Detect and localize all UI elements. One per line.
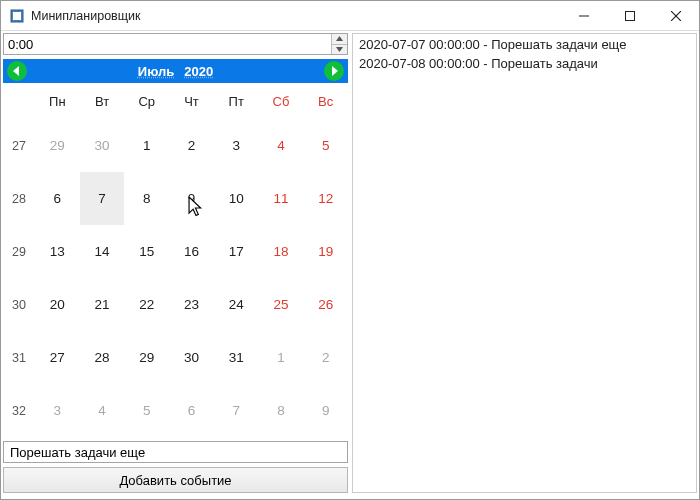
time-spinbox[interactable] [3, 33, 348, 55]
calendar-day[interactable]: 6 [35, 172, 80, 225]
calendar-day[interactable]: 5 [124, 384, 169, 437]
svg-marker-7 [336, 47, 343, 52]
calendar-day[interactable]: 8 [259, 384, 304, 437]
title-bar[interactable]: Минипланировщик [1, 1, 699, 31]
window-title: Минипланировщик [31, 9, 561, 23]
calendar-day[interactable]: 9 [169, 172, 214, 225]
calendar-day[interactable]: 12 [303, 172, 348, 225]
event-text-field[interactable] [3, 441, 348, 463]
calendar-day[interactable]: 4 [259, 119, 304, 172]
calendar-day[interactable]: 2 [303, 331, 348, 384]
week-number: 28 [3, 172, 35, 225]
day-header: Вт [80, 83, 125, 119]
calendar-header: Июль 2020 [3, 59, 348, 83]
week-number: 31 [3, 331, 35, 384]
week-number: 27 [3, 119, 35, 172]
calendar-title[interactable]: Июль 2020 [138, 64, 213, 79]
week-number: 32 [3, 384, 35, 437]
year-label: 2020 [184, 64, 213, 79]
calendar-day[interactable]: 1 [124, 119, 169, 172]
week-number: 29 [3, 225, 35, 278]
calendar-day[interactable]: 31 [214, 331, 259, 384]
day-header: Пт [214, 83, 259, 119]
calendar-day[interactable]: 29 [35, 119, 80, 172]
calendar-day[interactable]: 10 [214, 172, 259, 225]
calendar-day[interactable]: 30 [80, 119, 125, 172]
calendar-day[interactable]: 2 [169, 119, 214, 172]
calendar-day[interactable]: 1 [259, 331, 304, 384]
svg-rect-1 [13, 12, 21, 20]
calendar-day[interactable]: 15 [124, 225, 169, 278]
app-icon [9, 8, 25, 24]
svg-marker-8 [13, 66, 19, 76]
spin-down-button[interactable] [332, 45, 347, 55]
maximize-button[interactable] [607, 1, 653, 30]
calendar-day[interactable]: 29 [124, 331, 169, 384]
calendar-day[interactable]: 13 [35, 225, 80, 278]
calendar-day[interactable]: 19 [303, 225, 348, 278]
calendar-day[interactable]: 17 [214, 225, 259, 278]
close-button[interactable] [653, 1, 699, 30]
calendar-day[interactable]: 21 [80, 278, 125, 331]
prev-month-button[interactable] [7, 61, 27, 81]
day-header: Сб [259, 83, 304, 119]
day-header: Вс [303, 83, 348, 119]
calendar-day[interactable]: 28 [80, 331, 125, 384]
calendar-day[interactable]: 7 [80, 172, 125, 225]
calendar-day[interactable]: 14 [80, 225, 125, 278]
day-header: Ср [124, 83, 169, 119]
calendar-day[interactable]: 16 [169, 225, 214, 278]
calendar-day[interactable]: 18 [259, 225, 304, 278]
add-event-button[interactable]: Добавить событие [3, 467, 348, 493]
calendar-day[interactable]: 3 [214, 119, 259, 172]
week-number: 30 [3, 278, 35, 331]
month-label: Июль [138, 64, 174, 79]
calendar-day[interactable]: 24 [214, 278, 259, 331]
calendar-day[interactable]: 9 [303, 384, 348, 437]
spin-up-button[interactable] [332, 34, 347, 45]
minimize-button[interactable] [561, 1, 607, 30]
calendar-day[interactable]: 30 [169, 331, 214, 384]
event-item[interactable]: 2020-07-07 00:00:00 - Порешать задачи ещ… [359, 36, 690, 55]
calendar-day[interactable]: 26 [303, 278, 348, 331]
time-input[interactable] [4, 34, 331, 54]
event-list[interactable]: 2020-07-07 00:00:00 - Порешать задачи ещ… [352, 33, 697, 493]
calendar-day[interactable]: 22 [124, 278, 169, 331]
calendar-day[interactable]: 8 [124, 172, 169, 225]
calendar-day[interactable]: 7 [214, 384, 259, 437]
calendar-day[interactable]: 25 [259, 278, 304, 331]
calendar-day[interactable]: 3 [35, 384, 80, 437]
svg-marker-9 [332, 66, 338, 76]
next-month-button[interactable] [324, 61, 344, 81]
calendar-day[interactable]: 6 [169, 384, 214, 437]
calendar-day[interactable]: 23 [169, 278, 214, 331]
event-text-input[interactable] [4, 442, 347, 462]
event-item[interactable]: 2020-07-08 00:00:00 - Порешать задачи [359, 55, 690, 74]
calendar-day[interactable]: 5 [303, 119, 348, 172]
calendar-day[interactable]: 27 [35, 331, 80, 384]
svg-marker-6 [336, 36, 343, 41]
calendar-day[interactable]: 4 [80, 384, 125, 437]
day-header: Чт [169, 83, 214, 119]
day-header: Пн [35, 83, 80, 119]
calendar-widget: Июль 2020 ПнВтСрЧтПтСбВс2729301234528678… [3, 59, 348, 437]
calendar-day[interactable]: 11 [259, 172, 304, 225]
calendar-day[interactable]: 20 [35, 278, 80, 331]
app-window: Минипланировщик Июль 2020 [0, 0, 700, 500]
svg-rect-3 [626, 11, 635, 20]
calendar-grid: ПнВтСрЧтПтСбВс27293012345286789101112291… [3, 83, 348, 437]
